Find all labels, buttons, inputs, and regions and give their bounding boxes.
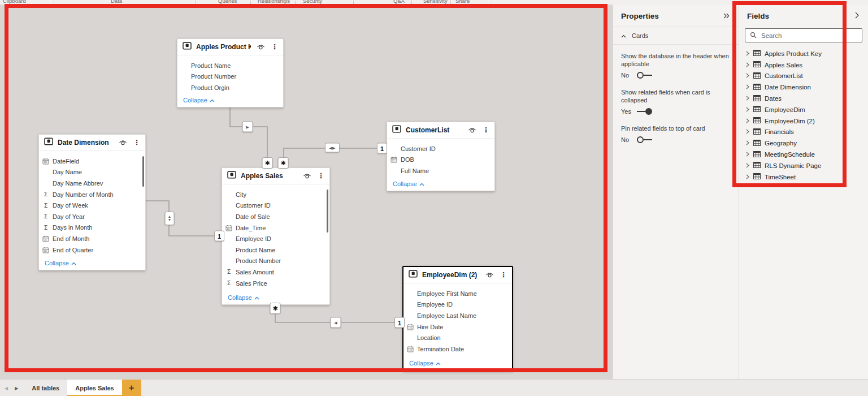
field-row[interactable]: Σ Day of Week (39, 200, 145, 211)
table-icon (183, 42, 192, 52)
field-row[interactable]: Location (403, 332, 512, 343)
add-layout-button[interactable]: + (122, 380, 141, 396)
filter-direction-left-icon[interactable]: ◀ (331, 317, 341, 328)
next-tab-arrow[interactable]: ▶ (15, 386, 18, 391)
field-row[interactable]: Σ Sales Amount (222, 266, 329, 278)
properties-title: Properties (621, 12, 659, 20)
more-options-icon[interactable]: ⋮ (500, 272, 507, 278)
field-row[interactable]: Employee Last Name (403, 310, 512, 321)
cardinality-many-badge[interactable]: ✱ (278, 157, 289, 169)
field-row[interactable]: End of Month (39, 233, 145, 244)
fields-table-label: Date Dimension (765, 84, 811, 91)
filter-direction-right-icon[interactable]: ▶ (242, 122, 253, 132)
table-card-header[interactable]: CustomerList ⋮ (387, 122, 494, 139)
table-card-header[interactable]: Apples Sales ⋮ (222, 168, 329, 184)
eye-icon[interactable] (302, 172, 313, 180)
more-options-icon[interactable]: ⋮ (318, 173, 324, 179)
eye-icon[interactable] (467, 126, 478, 135)
field-row[interactable]: DateField (39, 156, 145, 167)
collapse-link[interactable]: Collapse (409, 360, 441, 367)
field-row[interactable]: Customer ID (387, 143, 494, 154)
fields-table-row[interactable]: EmployeeDim (739, 104, 868, 115)
field-row[interactable]: Product Orgin (177, 82, 283, 93)
fields-table-row[interactable]: RLS Dynamic Page (739, 160, 868, 171)
ribbon-group-separator (295, 1, 296, 5)
collapse-link[interactable]: Collapse (183, 97, 215, 104)
toggle-switch[interactable] (637, 136, 652, 143)
field-row[interactable]: Product Number (222, 256, 329, 267)
setting-label: Show the database in the header when app… (621, 52, 731, 68)
fields-table-row[interactable]: TimeSheet (739, 171, 868, 183)
table-card[interactable]: Apples Sales ⋮ City Customer ID Date of … (222, 167, 330, 305)
fields-table-row[interactable]: MeetingSchedule (739, 149, 868, 160)
scrollbar-thumb[interactable] (327, 190, 328, 233)
fields-table-row[interactable]: Apples Sales (739, 59, 868, 71)
fields-table-row[interactable]: Apples Product Key (739, 48, 868, 59)
table-card-header[interactable]: EmployeeDim (2) ⋮ (403, 267, 512, 283)
field-row[interactable]: End of Quarter (39, 244, 145, 256)
search-input[interactable] (760, 32, 857, 40)
field-row[interactable]: Termination Date (403, 343, 512, 355)
toggle-switch[interactable] (637, 72, 652, 79)
toggle-switch[interactable] (637, 108, 652, 115)
layout-tab-label: Apples Sales (75, 385, 114, 391)
field-row[interactable]: Σ Day Number of Month (39, 189, 145, 200)
more-options-icon[interactable]: ⋮ (133, 140, 140, 145)
field-row[interactable]: Customer ID (222, 200, 329, 212)
field-row[interactable]: Employee ID (222, 233, 329, 244)
field-row[interactable]: Date_Time (222, 222, 329, 234)
field-row[interactable]: Σ Sales Price (222, 278, 329, 289)
fields-table-row[interactable]: Date Dimension (739, 81, 868, 93)
field-row[interactable]: Full Name (387, 165, 494, 177)
table-card[interactable]: EmployeeDim (2) ⋮ Employee First Name Em… (402, 266, 513, 371)
collapse-link[interactable]: Collapse (45, 260, 76, 266)
cardinality-many-badge[interactable]: ✱ (270, 303, 281, 314)
fields-table-row[interactable]: CustomerList (739, 71, 868, 82)
field-row[interactable]: Employee First Name (403, 288, 512, 299)
search-box[interactable] (745, 28, 862, 42)
fields-table-row[interactable]: Geography (739, 137, 868, 149)
collapse-label: Collapse (45, 260, 69, 266)
field-row[interactable]: Day Name (39, 167, 145, 178)
field-row[interactable]: City (222, 189, 329, 200)
eye-icon[interactable] (484, 271, 495, 279)
table-card[interactable]: Date Dimension ⋮ DateField Day Name Day … (38, 134, 146, 270)
more-options-icon[interactable]: ⋮ (271, 44, 278, 50)
collapse-fields-panel-button[interactable] (854, 11, 860, 21)
collapse-link[interactable]: Collapse (228, 294, 259, 301)
field-row[interactable]: Product Name (222, 244, 329, 256)
cardinality-one-badge[interactable]: 1 (377, 143, 387, 154)
more-options-icon[interactable]: ⋮ (483, 127, 489, 133)
toggle-value: Yes (621, 108, 632, 115)
section-cards-header[interactable]: Cards (613, 27, 739, 44)
cardinality-one-badge[interactable]: 1 (214, 231, 224, 242)
field-row[interactable]: Date of Sale (222, 211, 329, 222)
filter-direction-both-icon[interactable]: ◀▶ (325, 143, 340, 153)
cardinality-many-badge[interactable]: ✱ (262, 157, 273, 169)
previous-tab-arrow[interactable]: ◀ (5, 386, 8, 391)
collapse-link[interactable]: Collapse (393, 180, 424, 187)
cardinality-one-badge[interactable]: 1 (394, 317, 405, 328)
scrollbar-thumb[interactable] (142, 156, 144, 187)
fields-table-row[interactable]: EmployeeDim (2) (739, 115, 868, 127)
collapse-properties-panel-button[interactable] (722, 11, 731, 21)
eye-icon[interactable] (255, 43, 266, 51)
filter-direction-both-icon[interactable]: ▲▼ (165, 212, 175, 225)
field-row[interactable]: Hire Date (403, 321, 512, 333)
layout-tab[interactable]: All tables (24, 380, 67, 396)
field-row[interactable]: Day Name Abbrev (39, 178, 145, 189)
fields-table-row[interactable]: Financials (739, 127, 868, 138)
eye-icon[interactable] (118, 139, 128, 147)
field-row[interactable]: Σ Day of Year (39, 211, 145, 222)
field-row[interactable]: Σ Days in Month (39, 222, 145, 234)
table-card[interactable]: Apples Product Key ⋮ Product Name Produc… (177, 38, 284, 107)
field-row[interactable]: DOB (387, 154, 494, 166)
table-card[interactable]: CustomerList ⋮ Customer ID DOB Full Name… (387, 122, 495, 191)
field-row[interactable]: Product Number (177, 71, 283, 83)
table-card-header[interactable]: Date Dimension ⋮ (39, 135, 145, 151)
layout-tab[interactable]: Apples Sales (67, 380, 121, 396)
field-row[interactable]: Employee ID (403, 299, 512, 311)
field-row[interactable]: Product Name (177, 60, 283, 71)
fields-table-row[interactable]: Dates (739, 93, 868, 104)
table-card-header[interactable]: Apples Product Key ⋮ (177, 39, 283, 55)
